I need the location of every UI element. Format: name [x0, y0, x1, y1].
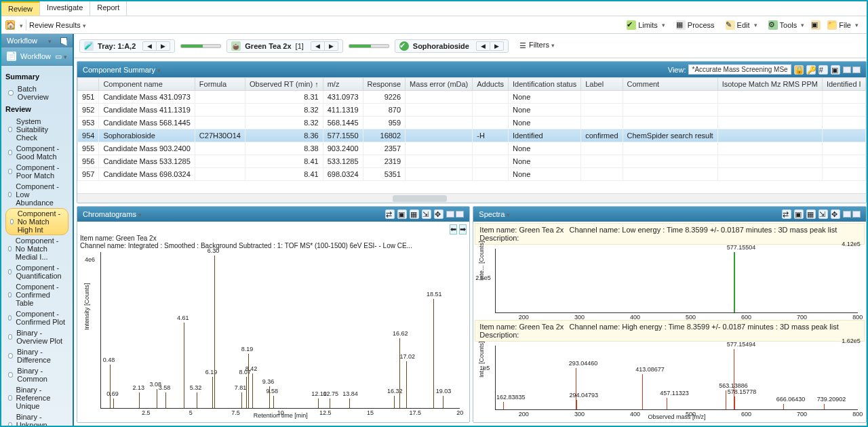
sidebar-item[interactable]: System Suitability Check	[5, 116, 68, 143]
col-header[interactable]: Component name	[99, 78, 195, 91]
link-icon[interactable]: ⇄	[385, 209, 395, 219]
grid-icon[interactable]: #	[818, 65, 828, 75]
copy-icon[interactable]: ▣	[811, 20, 821, 30]
sidebar-item[interactable]: Binary - Common	[5, 365, 68, 384]
sidebar-item[interactable]: Component - Quantification	[5, 262, 68, 281]
export2-icon[interactable]: ⇲	[818, 209, 828, 219]
table-row[interactable]: 955Candidate Mass 903.24008.38903.240023…	[78, 142, 866, 155]
sidebar-item[interactable]: Component - Poor Match	[5, 162, 68, 181]
col-header[interactable]: Identified I	[822, 78, 865, 91]
spec-top-ytick: 2.5e5	[475, 274, 491, 281]
process-btn[interactable]: ▦Process	[672, 19, 719, 31]
spec-win[interactable]	[843, 211, 861, 218]
move2-icon[interactable]: ✥	[831, 209, 840, 219]
col-header[interactable]: Identification status	[509, 78, 581, 91]
spec-bot-ytick: 1e5	[479, 365, 490, 371]
sidebar-item[interactable]: Binary - Difference	[5, 346, 68, 365]
file-menu[interactable]: 📁File	[823, 19, 863, 31]
tray-nav[interactable]: ◀▶	[142, 41, 170, 51]
sidebar-item[interactable]: Component - No Match Medial I...	[5, 235, 68, 262]
fwd-icon[interactable]: ➡	[459, 224, 467, 235]
tab-investigate[interactable]: Investigate	[40, 1, 90, 16]
lock-icon[interactable]: 🔒	[794, 65, 804, 75]
tray-progress	[180, 44, 221, 48]
col-header[interactable]: Observed RT (min) ↑	[245, 78, 323, 91]
collapse-icon[interactable]: ◀	[60, 37, 67, 44]
wf-opts-icon[interactable]: ▭	[55, 52, 67, 61]
component-table[interactable]: Component nameFormulaObserved RT (min) ↑…	[77, 77, 866, 181]
link2-icon[interactable]: ⇄	[782, 209, 791, 219]
tray-card[interactable]: 🧪 Tray: 1:A,2 ◀▶	[79, 39, 175, 53]
workflow-dropdown[interactable]	[46, 37, 52, 45]
panel-title[interactable]: Component Summary	[83, 66, 161, 74]
cfg-icon[interactable]: ▦	[410, 209, 419, 219]
col-header[interactable]: Comment	[623, 78, 717, 91]
col-header[interactable]: Response	[363, 78, 406, 91]
table-row[interactable]: 952Candidate Mass 411.13198.32411.131987…	[78, 104, 866, 117]
back-icon[interactable]: ⬅	[450, 224, 457, 235]
sidebar-item[interactable]: Binary - Unknown Unique	[5, 411, 68, 426]
workflow-title: 📄Workflow▭	[1, 47, 73, 66]
sidebar-item[interactable]: Component - Confirmed Table	[5, 281, 68, 308]
check-icon: ✔	[399, 41, 409, 51]
spec-bot-ymax: 1.62e5	[842, 338, 861, 344]
spectra-title[interactable]: Spectra	[479, 210, 510, 218]
sidebar-item[interactable]: Batch Overview	[5, 83, 68, 102]
spec-top-meta: Item name: Green Tea 2x Channel name: Lo…	[475, 223, 864, 245]
chromatograms-panel: Chromatograms ⇄▣▦⇲✥ ⬅ ➡ Item name: Green…	[77, 206, 470, 423]
cfg2-icon[interactable]: ▦	[806, 209, 816, 219]
tab-review[interactable]: Review	[1, 1, 40, 16]
tab-report[interactable]: Report	[90, 1, 127, 16]
copy3-icon[interactable]: ▣	[397, 209, 407, 219]
sidebar-item[interactable]: Binary - Reference Unique	[5, 384, 68, 411]
col-header[interactable]	[78, 78, 99, 91]
panel-window-buttons[interactable]	[843, 66, 861, 73]
table-row[interactable]: 956Candidate Mass 533.12858.41533.128523…	[78, 155, 866, 168]
col-header[interactable]: m/z	[323, 78, 363, 91]
spectrum-bot-plot[interactable]: Int... [Counts] Observed mass [m/z] 1e5 …	[495, 346, 857, 410]
chromatogram-plot[interactable]: Intensity [Counts] Retention time [min] …	[100, 252, 460, 409]
chrom-title[interactable]: Chromatograms	[83, 210, 142, 218]
sidebar-item[interactable]: Component - No Match High Int	[5, 208, 68, 235]
edit-menu[interactable]: ✎Edit	[722, 19, 762, 31]
chrom-ymax: 4e6	[85, 256, 95, 263]
home-dropdown[interactable]	[18, 21, 23, 29]
spectra-panel: Spectra ⇄▣▦⇲✥ Item name: Green Tea 2x Ch…	[473, 206, 866, 423]
copy4-icon[interactable]: ▣	[794, 209, 804, 219]
copy2-icon[interactable]: ▣	[831, 65, 840, 75]
sample-nav[interactable]: ◀▶	[311, 41, 338, 51]
nav-bar: 🏠 Review Results ✔Limits ▦Process ✎Edit …	[1, 16, 867, 34]
table-row[interactable]: 951Candidate Mass 431.09738.31431.097392…	[78, 91, 866, 104]
limits-menu[interactable]: ✔Limits	[623, 19, 669, 31]
sample-card[interactable]: 🧉 Green Tea 2x [1] ◀▶	[226, 39, 343, 53]
table-row[interactable]: 957Candidate Mass 698.03248.41698.032453…	[78, 168, 866, 181]
sidebar-item[interactable]: Component - Confirmed Plot	[5, 308, 68, 327]
sidebar-item[interactable]: Binary - Overview Plot	[5, 327, 68, 346]
filter-icon: ☰	[519, 41, 529, 51]
chrom-ylabel: Intensity [Counts]	[83, 283, 90, 330]
col-header[interactable]: Adducts	[473, 78, 509, 91]
sidebar-item[interactable]: Component - Good Match	[5, 143, 68, 162]
spectrum-top-plot[interactable]: Inte... [Counts] 2.5e5 4.12e5 2003004005…	[495, 249, 857, 313]
key-icon[interactable]: 🔑	[806, 65, 816, 75]
table-row[interactable]: 954SophorabiosideC27H30O148.36577.155016…	[78, 129, 866, 142]
filters-menu[interactable]: ☰Filters	[519, 41, 555, 50]
move-icon[interactable]: ✥	[434, 209, 443, 219]
view-select[interactable]: *Accurate Mass Screening MSe	[688, 64, 791, 75]
component-nav[interactable]: ◀▶	[476, 41, 504, 51]
col-header[interactable]: Label	[581, 78, 623, 91]
chrom-win[interactable]	[446, 211, 464, 218]
home-icon[interactable]: 🏠	[5, 20, 15, 30]
col-header[interactable]: Formula	[195, 78, 245, 91]
component-summary-panel: Component Summary View: *Accurate Mass S…	[77, 61, 867, 203]
export-icon[interactable]: ⇲	[422, 209, 431, 219]
breadcrumb[interactable]: Review Results	[29, 21, 86, 29]
tools-menu[interactable]: ⚙Tools	[764, 19, 809, 31]
h-scrollbar[interactable]	[77, 193, 866, 203]
component-card[interactable]: ✔ Sophorabioside ◀▶	[395, 39, 509, 53]
sidebar-item[interactable]: Component - Low Abundance	[5, 181, 68, 208]
col-header[interactable]: Isotope Match Mz RMS PPM	[717, 78, 822, 91]
col-header[interactable]: Mass error (mDa)	[406, 78, 473, 91]
table-row[interactable]: 953Candidate Mass 568.14458.32568.144595…	[78, 117, 866, 129]
spec-top-ymax: 4.12e5	[842, 241, 861, 247]
